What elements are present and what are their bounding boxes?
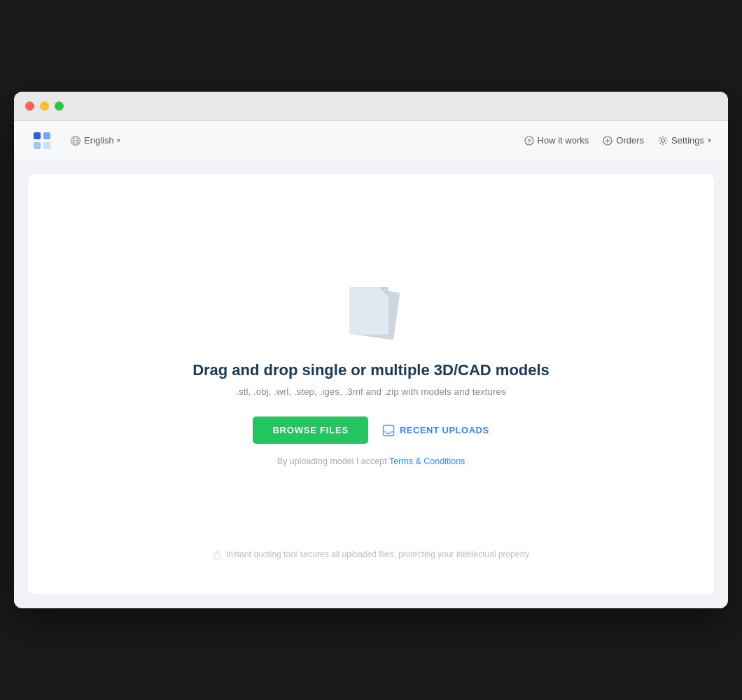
security-text: Instant quoting tool secures all uploade… [226, 550, 529, 559]
browse-files-button[interactable]: BROWSE FILES [253, 416, 368, 444]
svg-rect-0 [34, 132, 41, 139]
navbar: English ▾ ? How it works [14, 121, 728, 160]
orders-label: Orders [616, 135, 644, 146]
window-maximize-dot[interactable] [55, 102, 64, 111]
terms-link[interactable]: Terms & Conditions [389, 456, 465, 466]
browser-window: English ▾ ? How it works [14, 92, 728, 608]
settings-label: Settings [671, 135, 704, 146]
security-footer: Instant quoting tool secures all uploade… [213, 550, 529, 566]
settings-chevron-icon: ▾ [708, 136, 711, 144]
file-page-front [349, 287, 388, 335]
svg-rect-13 [383, 425, 393, 435]
globe-icon [70, 135, 81, 146]
language-label: English [84, 135, 114, 146]
main-content: Drag and drop single or multiple 3D/CAD … [14, 160, 728, 608]
lock-icon [213, 550, 222, 559]
terms-text: By uploading model I accept Terms & Cond… [277, 456, 465, 466]
language-selector[interactable]: English ▾ [70, 135, 120, 146]
settings-nav-item[interactable]: Settings ▾ [658, 135, 711, 146]
language-chevron-icon: ▾ [117, 136, 120, 144]
window-minimize-dot[interactable] [40, 102, 49, 111]
how-it-works-label: How it works [538, 135, 589, 146]
terms-prefix: By uploading model I accept [277, 456, 389, 466]
orders-icon [603, 136, 612, 146]
inbox-icon [382, 424, 395, 437]
svg-text:?: ? [527, 138, 531, 145]
upload-title: Drag and drop single or multiple 3D/CAD … [192, 361, 550, 379]
svg-rect-2 [34, 142, 41, 149]
browser-content: English ▾ ? How it works [14, 121, 728, 608]
browser-chrome [14, 92, 728, 121]
navbar-left: English ▾ [31, 130, 120, 152]
svg-rect-3 [43, 142, 50, 149]
upload-actions: BROWSE FILES RECENT UPLOADS [253, 416, 489, 444]
upload-drop-zone[interactable]: Drag and drop single or multiple 3D/CAD … [56, 202, 686, 550]
gear-icon [658, 136, 668, 146]
how-it-works-nav-item[interactable]: ? How it works [524, 135, 589, 146]
recent-uploads-button[interactable]: RECENT UPLOADS [382, 424, 489, 437]
orders-nav-item[interactable]: Orders [603, 135, 644, 146]
upload-card: Drag and drop single or multiple 3D/CAD … [28, 174, 714, 594]
window-close-dot[interactable] [25, 102, 34, 111]
svg-rect-1 [43, 132, 50, 139]
question-circle-icon: ? [524, 136, 534, 146]
navbar-right: ? How it works Orders [524, 135, 711, 146]
svg-point-12 [662, 139, 665, 142]
upload-subtitle: .stl, .obj, .wrl, .step, .iges, .3mf and… [236, 386, 506, 397]
svg-rect-14 [214, 554, 220, 559]
file-illustration [340, 286, 402, 342]
logo[interactable] [31, 130, 53, 152]
recent-uploads-label: RECENT UPLOADS [400, 425, 489, 435]
